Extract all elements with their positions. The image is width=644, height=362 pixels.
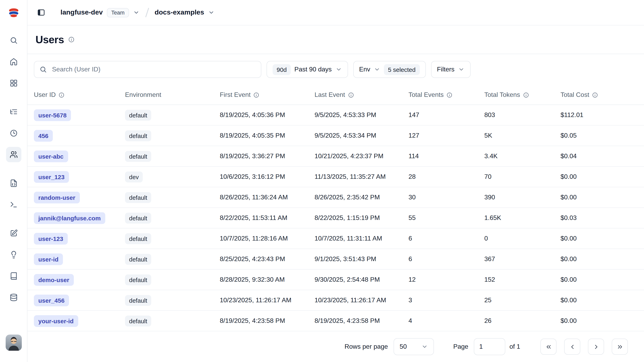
- table-header: User ID Environment First Event Last Eve…: [28, 85, 644, 105]
- sidebar-item-home[interactable]: [6, 54, 21, 69]
- environment-badge: default: [125, 110, 151, 121]
- page-title-info-icon[interactable]: [68, 36, 74, 43]
- user-id-badge[interactable]: user-id: [34, 253, 63, 265]
- page-number-input[interactable]: [474, 338, 506, 355]
- total-events-cell: 30: [408, 194, 484, 201]
- info-icon[interactable]: [58, 92, 64, 98]
- user-id-badge[interactable]: 456: [34, 130, 53, 141]
- chevron-down-icon: [374, 66, 380, 73]
- org-type-badge[interactable]: Team: [107, 8, 129, 17]
- total-tokens-cell: 367: [484, 255, 560, 263]
- user-id-badge[interactable]: user_456: [34, 294, 69, 306]
- table-row[interactable]: user_123 dev 10/6/2025, 3:16:12 PM 11/13…: [28, 167, 644, 187]
- filters-button[interactable]: Filters: [431, 61, 470, 78]
- sidebar-item-tracing[interactable]: [6, 104, 21, 119]
- user-id-badge[interactable]: user-123: [34, 233, 68, 244]
- table-row[interactable]: random-user default 8/26/2025, 11:36:24 …: [28, 187, 644, 208]
- sidebar-item-search[interactable]: [6, 33, 21, 48]
- org-dropdown-button[interactable]: [133, 9, 140, 16]
- total-tokens-cell: 5K: [484, 132, 560, 139]
- table-row[interactable]: your-user-id default 8/19/2025, 4:23:58 …: [28, 311, 644, 331]
- breadcrumb-separator: [145, 8, 149, 17]
- sidebar-item-evaluation[interactable]: [6, 226, 21, 241]
- info-icon[interactable]: [523, 92, 529, 98]
- total-tokens-cell: 803: [484, 111, 560, 119]
- last-page-button[interactable]: [612, 338, 628, 355]
- user-avatar[interactable]: [6, 334, 22, 351]
- environment-badge: default: [125, 151, 151, 162]
- column-header-environment: Environment: [125, 91, 220, 99]
- first-event-cell: 8/19/2025, 4:23:58 PM: [220, 317, 314, 324]
- total-events-cell: 55: [408, 214, 484, 222]
- info-icon[interactable]: [348, 92, 354, 98]
- avatar-photo: [6, 334, 22, 351]
- table-row[interactable]: user-abc default 8/19/2025, 3:36:27 PM 1…: [28, 146, 644, 167]
- user-id-cell: user-abc: [34, 150, 125, 162]
- user-id-badge[interactable]: random-user: [34, 191, 80, 203]
- previous-page-button[interactable]: [564, 338, 580, 355]
- table-row[interactable]: user-id default 8/25/2025, 4:23:43 PM 9/…: [28, 249, 644, 270]
- user-id-badge[interactable]: user-5678: [34, 109, 71, 121]
- langfuse-logo[interactable]: [0, 0, 27, 26]
- table-row[interactable]: jannik@langfuse.com default 8/22/2025, 1…: [28, 208, 644, 228]
- environment-badge: dev: [125, 171, 143, 182]
- sidebar-item-playground[interactable]: [6, 197, 21, 212]
- user-id-badge[interactable]: demo-user: [34, 274, 74, 285]
- first-event-cell: 10/7/2025, 11:28:16 AM: [220, 235, 314, 242]
- total-events-cell: 6: [408, 255, 484, 263]
- column-header-first-event: First Event: [220, 91, 314, 99]
- total-tokens-cell: 152: [484, 276, 560, 283]
- total-cost-cell: $0.04: [560, 153, 638, 160]
- sidebar-item-insights[interactable]: [6, 247, 21, 262]
- last-event-cell: 9/30/2025, 2:54:48 PM: [314, 276, 408, 283]
- user-id-badge[interactable]: jannik@langfuse.com: [34, 212, 105, 224]
- rows-per-page-select[interactable]: 50: [394, 338, 434, 355]
- playground-icon: [10, 201, 18, 209]
- total-cost-cell: $0.00: [560, 194, 638, 201]
- sidebar-item-sessions[interactable]: [6, 126, 21, 141]
- environment-cell: default: [125, 315, 220, 326]
- table-row[interactable]: user-5678 default 8/19/2025, 4:05:36 PM …: [28, 105, 644, 126]
- tracing-icon: [10, 108, 18, 116]
- sidebar-item-dashboards[interactable]: [6, 76, 21, 91]
- last-event-cell: 10/21/2025, 4:23:37 PM: [314, 153, 408, 160]
- chevron-left-icon: [569, 343, 576, 350]
- langfuse-logo-icon: [8, 7, 20, 19]
- table-row[interactable]: demo-user default 8/28/2025, 9:32:30 AM …: [28, 270, 644, 290]
- user-id-badge[interactable]: your-user-id: [34, 315, 78, 327]
- sidebar-item-annotation[interactable]: [6, 268, 21, 284]
- environment-selected-badge: 5 selected: [384, 64, 420, 75]
- chevron-down-icon: [335, 66, 342, 73]
- environment-cell: default: [125, 254, 220, 264]
- chevron-down-icon: [208, 9, 214, 16]
- table-row[interactable]: user_456 default 10/23/2025, 11:26:17 AM…: [28, 290, 644, 311]
- info-icon[interactable]: [592, 92, 598, 98]
- user-id-badge[interactable]: user_123: [34, 171, 69, 183]
- sidebar-item-users[interactable]: [6, 147, 21, 162]
- project-dropdown-button[interactable]: [208, 9, 214, 16]
- search-box: [34, 61, 261, 78]
- sidebar-item-datasets[interactable]: [6, 290, 21, 305]
- table-row[interactable]: 456 default 8/19/2025, 4:05:35 PM 9/5/20…: [28, 126, 644, 146]
- lightbulb-icon: [10, 251, 18, 259]
- info-icon[interactable]: [254, 92, 260, 98]
- info-icon[interactable]: [446, 92, 452, 98]
- total-events-cell: 4: [408, 317, 484, 324]
- toolbar: 90d Past 90 days Env 5 selected Filters: [28, 54, 644, 85]
- search-input[interactable]: [51, 65, 256, 74]
- org-name[interactable]: langfuse-dev: [60, 9, 103, 17]
- date-range-button[interactable]: 90d Past 90 days: [266, 61, 348, 78]
- total-events-cell: 28: [408, 173, 484, 180]
- user-id-badge[interactable]: user-abc: [34, 150, 68, 162]
- sidebar-toggle-button[interactable]: [34, 5, 48, 20]
- environment-badge: default: [125, 274, 151, 285]
- next-page-button[interactable]: [588, 338, 604, 355]
- environment-filter-label: Env: [359, 66, 370, 73]
- sidebar-item-prompts[interactable]: [6, 176, 21, 191]
- first-page-button[interactable]: [540, 338, 556, 355]
- table-body: user-5678 default 8/19/2025, 4:05:36 PM …: [28, 105, 644, 331]
- project-name[interactable]: docs-examples: [155, 9, 204, 17]
- table-row[interactable]: user-123 default 10/7/2025, 11:28:16 AM …: [28, 228, 644, 249]
- environment-cell: default: [125, 274, 220, 285]
- environment-filter-button[interactable]: Env 5 selected: [353, 61, 426, 78]
